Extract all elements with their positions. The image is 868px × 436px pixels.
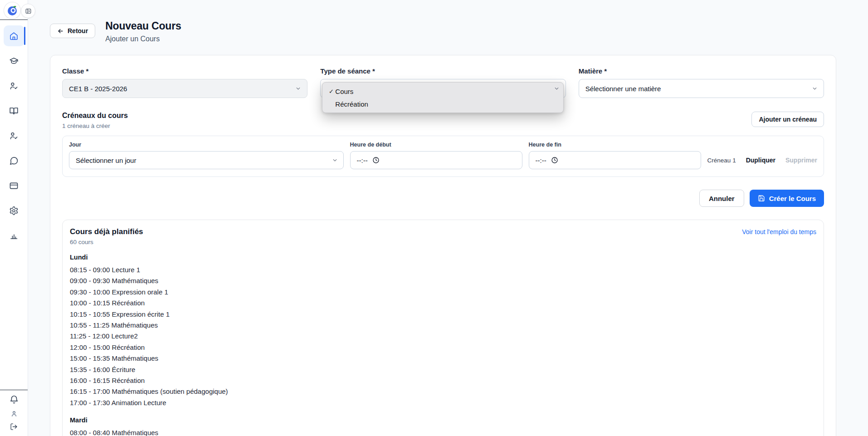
user-check-icon [9,81,19,91]
sidebar-item-settings[interactable] [4,200,24,221]
sidebar-collapse-button[interactable] [21,4,35,18]
view-timetable-link[interactable]: Voir tout l'emploi du temps [742,228,816,235]
planned-item: 08:15 - 09:00 Lecture 1 [70,265,816,275]
dropdown-option-label: Cours [335,88,353,95]
classe-field: Classe * CE1 B - 2025-2026 [62,67,307,98]
classe-label: Classe * [62,67,307,75]
day-list: 08:00 - 08:40 Mathématiques [70,427,816,436]
book-open-icon [9,106,19,116]
planned-item: 15:35 - 16:00 Écriture [70,364,816,375]
title-block: Nouveau Cours Ajouter un Cours [105,20,181,43]
user-icon [10,410,18,417]
app-logo-icon [6,5,18,16]
heure-fin-input[interactable]: --:-- [529,151,701,169]
jour-field: Jour Sélectionner un jour [69,142,344,169]
credit-card-icon [9,181,19,191]
sidebar-footer [0,390,28,436]
day-heading: Lundi [70,254,816,261]
planned-item: 08:00 - 08:40 Mathématiques [70,427,816,436]
planned-item: 09:00 - 09:30 Mathématiques [70,275,816,286]
planned-count: 60 cours [70,239,143,245]
matiere-select[interactable]: Sélectionner une matière [579,79,824,98]
sidebar-item-students[interactable] [4,125,24,146]
sidebar-item-teachers[interactable] [4,75,24,96]
planned-item: 16:00 - 16:15 Récréation [70,375,816,386]
clock-icon[interactable] [372,157,380,164]
sidebar-nav [0,20,28,390]
matiere-field: Matière * Sélectionner une matière [579,67,824,98]
app-logo[interactable] [4,2,20,19]
logout-button[interactable] [10,423,18,431]
heure-debut-field: Heure de début --:-- [350,142,522,169]
creneaux-heading: Créneaux du cours 1 créneau à créer [62,112,128,129]
type-seance-field: Type de séance * ✓CoursRécréation [320,67,566,98]
jour-select-value: Sélectionner un jour [76,157,136,164]
heure-debut-label: Heure de début [350,142,522,148]
planned-item: 11:25 - 12:00 Lecture2 [70,331,816,342]
chevron-down-icon [554,86,560,92]
planned-title: Cours déjà planifiés [70,227,143,236]
panel-toggle-icon [25,8,32,15]
day-list: 08:15 - 09:00 Lecture 109:00 - 09:30 Mat… [70,265,816,408]
notifications-button[interactable] [9,395,19,405]
heure-fin-field: Heure de fin --:-- [529,142,701,169]
type-seance-label: Type de séance * [320,67,566,75]
planned-item: 15:00 - 15:35 Mathématiques [70,353,816,364]
sidebar-item-classes[interactable] [4,50,24,71]
sidebar [0,0,28,436]
creneaux-section-header: Créneaux du cours 1 créneau à créer Ajou… [62,112,824,129]
save-icon [758,195,765,202]
course-form: Classe * CE1 B - 2025-2026 Type de séanc… [62,67,824,98]
jour-select[interactable]: Sélectionner un jour [69,151,344,169]
dropdown-option-label: Récréation [335,100,368,108]
heure-fin-value: --:-- [536,157,546,164]
back-button[interactable]: Retour [50,24,95,38]
planned-item: 12:00 - 15:00 Récréation [70,342,816,353]
graduation-cap-icon [9,56,19,66]
sidebar-item-messages[interactable] [4,150,24,171]
classe-select-value: CE1 B - 2025-2026 [69,85,127,93]
profile-button[interactable] [10,410,18,417]
new-course-card: Classe * CE1 B - 2025-2026 Type de séanc… [50,55,836,436]
planned-item: 10:55 - 11:25 Mathématiques [70,320,816,331]
clock-icon[interactable] [551,157,558,164]
page-title: Nouveau Cours [105,20,181,32]
sidebar-header [0,0,28,20]
logout-icon [10,423,18,431]
planned-item: 17:00 - 17:30 Animation Lecture [70,397,816,408]
settings-gear-icon [9,206,19,216]
planned-item: 10:15 - 10:55 Expression écrite 1 [70,309,816,320]
add-creneau-button[interactable]: Ajouter un créneau [751,112,824,127]
check-icon: ✓ [327,88,335,95]
sidebar-item-billing[interactable] [4,175,24,196]
creneau-row: Jour Sélectionner un jour Heure de début… [62,136,824,177]
create-course-button[interactable]: Créer le Cours [750,190,824,207]
matiere-label: Matière * [579,67,824,75]
jour-label: Jour [69,142,344,148]
matiere-select-value: Sélectionner une matière [585,85,661,93]
heure-debut-input[interactable]: --:-- [350,151,522,169]
heure-fin-label: Heure de fin [529,142,701,148]
dropdown-option[interactable]: ✓Cours [322,85,563,98]
duplicate-creneau-button[interactable]: Dupliquer [746,157,775,164]
delete-creneau-button[interactable]: Supprimer [785,157,817,164]
cancel-button[interactable]: Annuler [699,190,744,207]
planned-heading: Cours déjà planifiés 60 cours [70,227,143,245]
back-button-label: Retour [68,27,88,34]
chevron-down-icon [812,86,818,92]
create-course-label: Créer le Cours [769,195,816,202]
dropdown-option[interactable]: Récréation [322,98,563,110]
classe-select[interactable]: CE1 B - 2025-2026 [62,79,307,98]
bar-chart-icon [9,231,19,240]
heure-debut-value: --:-- [357,157,368,164]
form-actions: Annuler Créer le Cours [62,190,824,207]
sidebar-item-home[interactable] [4,25,24,46]
arrow-left-icon [57,28,64,34]
sidebar-item-courses[interactable] [4,100,24,121]
sidebar-item-statistics[interactable] [4,225,24,246]
creneaux-subtitle: 1 créneau à créer [62,122,128,129]
user-check-icon [9,131,19,141]
home-icon [9,31,19,41]
creneaux-title: Créneaux du cours [62,112,128,120]
type-seance-dropdown: ✓CoursRécréation [322,82,563,113]
